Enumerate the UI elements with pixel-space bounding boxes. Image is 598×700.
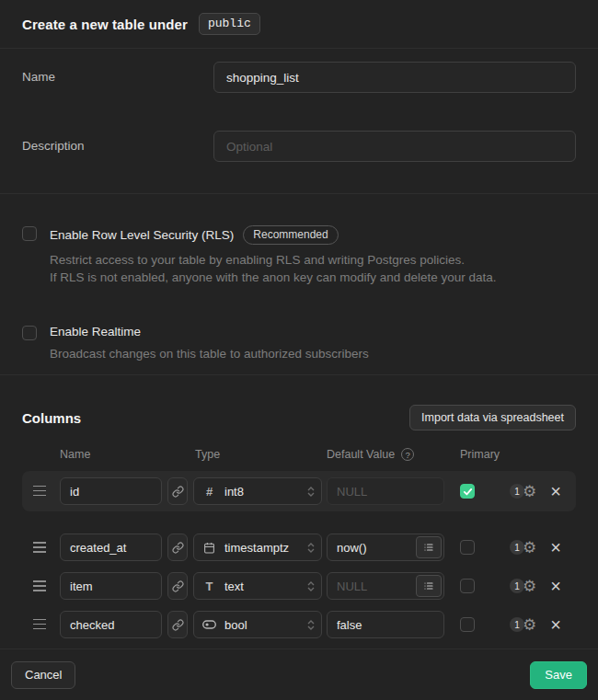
chevron-up-down-icon bbox=[307, 581, 315, 591]
gear-icon: ⚙ bbox=[523, 617, 536, 633]
column-row-created-at: timestamptz 1 bbox=[22, 528, 576, 567]
link-icon bbox=[172, 542, 184, 554]
dialog-footer: Cancel Save bbox=[0, 648, 598, 700]
cancel-button[interactable]: Cancel bbox=[11, 661, 75, 689]
column-type-select[interactable]: T text bbox=[193, 572, 322, 600]
check-icon bbox=[463, 487, 473, 497]
rls-label: Enable Row Level Security (RLS) bbox=[50, 228, 234, 242]
columns-section: Columns Import data via spreadsheet Name… bbox=[0, 375, 598, 648]
drag-handle-icon[interactable] bbox=[33, 542, 46, 553]
rls-checkbox[interactable] bbox=[22, 226, 37, 241]
rls-description: Restrict access to your table by enablin… bbox=[50, 251, 497, 286]
schema-chip: public bbox=[199, 13, 260, 35]
text-icon: T bbox=[202, 580, 216, 593]
column-name-input[interactable] bbox=[60, 477, 162, 505]
description-field-row: Description bbox=[22, 131, 576, 162]
link-icon bbox=[172, 580, 184, 592]
settings-count-badge: 1 bbox=[510, 540, 524, 555]
primary-key-checkbox[interactable] bbox=[460, 617, 475, 632]
create-table-dialog: Create a new table under public Name Des… bbox=[0, 0, 598, 700]
rls-toggle-item: Enable Row Level Security (RLS) Recommen… bbox=[22, 225, 576, 286]
link-icon bbox=[172, 486, 184, 498]
column-settings-button[interactable]: 1 ⚙ bbox=[510, 540, 536, 556]
delete-column-button[interactable]: × bbox=[548, 615, 563, 634]
column-default-input bbox=[327, 477, 444, 505]
column-type-select[interactable]: # int8 bbox=[193, 477, 322, 505]
primary-key-checkbox[interactable] bbox=[460, 579, 475, 593]
delete-column-button[interactable]: × bbox=[548, 538, 563, 557]
column-row-id: # int8 1 ⚙ bbox=[22, 471, 576, 511]
name-label: Name bbox=[22, 62, 213, 84]
recommended-badge: Recommended bbox=[243, 225, 338, 245]
column-settings-button[interactable]: 1 ⚙ bbox=[510, 579, 536, 594]
settings-count-badge: 1 bbox=[510, 484, 524, 499]
save-button[interactable]: Save bbox=[530, 661, 587, 689]
column-row-checked: bool 1 ⚙ × bbox=[22, 605, 576, 644]
drag-handle-icon[interactable] bbox=[33, 486, 46, 497]
settings-count-badge: 1 bbox=[510, 617, 524, 632]
help-icon[interactable]: ? bbox=[401, 448, 414, 461]
drag-handle-icon[interactable] bbox=[33, 580, 46, 591]
column-type-select[interactable]: timestamptz bbox=[193, 534, 322, 561]
header-default-value: Default Value ? bbox=[327, 448, 414, 461]
default-value-menu-button[interactable] bbox=[416, 536, 442, 558]
gear-icon: ⚙ bbox=[523, 540, 536, 556]
gear-icon: ⚙ bbox=[523, 484, 536, 499]
column-name-input[interactable] bbox=[60, 572, 162, 600]
description-label: Description bbox=[22, 131, 213, 153]
toggle-icon bbox=[202, 620, 216, 629]
column-default-input[interactable] bbox=[327, 611, 444, 638]
table-description-input[interactable] bbox=[213, 131, 576, 162]
delete-column-button[interactable]: × bbox=[548, 577, 563, 595]
default-value-menu-button[interactable] bbox=[416, 575, 442, 597]
calendar-icon bbox=[202, 542, 216, 554]
list-icon bbox=[423, 580, 434, 591]
table-info-section: Name Description bbox=[0, 49, 598, 194]
link-icon bbox=[172, 619, 184, 631]
realtime-checkbox[interactable] bbox=[22, 326, 37, 340]
dialog-header: Create a new table under public bbox=[0, 0, 598, 49]
column-name-input[interactable] bbox=[60, 611, 162, 638]
import-spreadsheet-button[interactable]: Import data via spreadsheet bbox=[409, 405, 576, 430]
header-type: Type bbox=[195, 448, 220, 461]
realtime-description: Broadcast changes on this table to autho… bbox=[50, 345, 369, 362]
column-settings-button[interactable]: 1 ⚙ bbox=[510, 617, 536, 633]
dialog-title: Create a new table under bbox=[22, 17, 188, 32]
realtime-label: Enable Realtime bbox=[50, 325, 141, 339]
foreign-key-button[interactable] bbox=[167, 477, 188, 505]
foreign-key-button[interactable] bbox=[167, 611, 188, 638]
drag-handle-icon[interactable] bbox=[33, 619, 46, 630]
header-name: Name bbox=[60, 448, 90, 461]
header-primary: Primary bbox=[460, 448, 500, 461]
list-icon bbox=[423, 542, 434, 553]
primary-key-checkbox[interactable] bbox=[460, 484, 475, 499]
column-name-input[interactable] bbox=[60, 534, 162, 561]
hash-icon: # bbox=[202, 485, 216, 499]
chevron-up-down-icon bbox=[307, 487, 315, 497]
table-options-section: Enable Row Level Security (RLS) Recommen… bbox=[0, 194, 598, 375]
column-type-select[interactable]: bool bbox=[193, 611, 322, 638]
realtime-toggle-item: Enable Realtime Broadcast changes on thi… bbox=[22, 325, 576, 362]
columns-title: Columns bbox=[22, 410, 81, 426]
table-name-input[interactable] bbox=[213, 62, 576, 93]
gear-icon: ⚙ bbox=[523, 579, 536, 594]
columns-table-headers: Name Type Default Value ? Primary bbox=[22, 448, 576, 460]
foreign-key-button[interactable] bbox=[167, 534, 188, 561]
name-field-row: Name bbox=[22, 62, 576, 93]
settings-count-badge: 1 bbox=[510, 579, 524, 593]
columns-rows: # int8 1 ⚙ bbox=[22, 471, 576, 644]
primary-key-checkbox[interactable] bbox=[460, 540, 475, 555]
chevron-up-down-icon bbox=[307, 543, 315, 553]
delete-column-button[interactable]: × bbox=[548, 482, 563, 500]
foreign-key-button[interactable] bbox=[167, 572, 188, 600]
column-row-item: T text 1 bbox=[22, 567, 576, 605]
column-settings-button[interactable]: 1 ⚙ bbox=[510, 484, 536, 499]
chevron-up-down-icon bbox=[307, 620, 315, 630]
